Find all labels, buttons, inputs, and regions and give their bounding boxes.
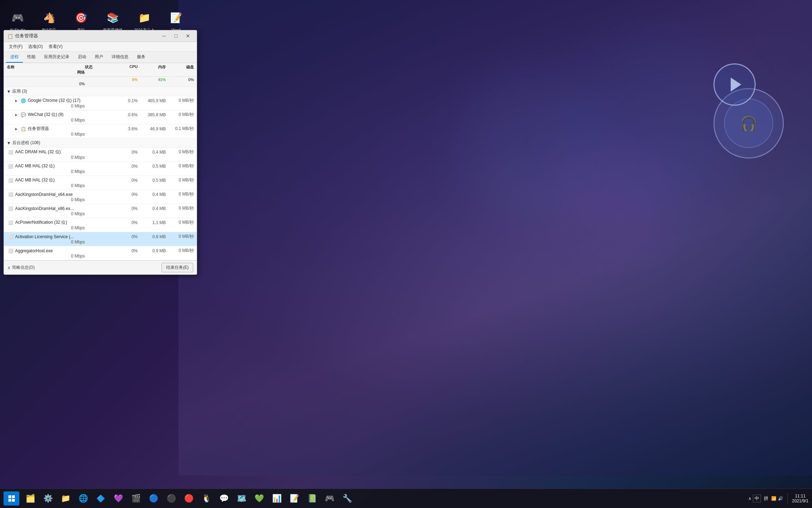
start-button[interactable] — [4, 491, 19, 506]
tm-titlebar: 📋 任务管理器 ─ □ ✕ — [4, 30, 197, 42]
activation-cpu: 0% — [109, 234, 138, 239]
bg-name-3: ⬜ AacKingstonDramHal_x64.exe — [7, 192, 85, 197]
bg-row-1[interactable]: ⬜ AAC MB HAL (32 位) 0% 0.5 MB 0 MB/秒 0 M… — [4, 162, 197, 176]
background-expand-icon: ▼ — [7, 141, 11, 145]
bg-text-2: AAC MB HAL (32 位) — [15, 177, 55, 183]
bg-name-5: ⬜ AcPowerNotification (32 位) — [7, 219, 85, 225]
chrome-disk: 0 MB/秒 — [166, 98, 194, 104]
chrome-cpu: 0.1% — [109, 98, 138, 103]
tm-close-button[interactable]: ✕ — [183, 32, 193, 39]
bg-disk-3: 0 MB/秒 — [166, 191, 194, 197]
apps-section-label: 应用 (3) — [12, 88, 27, 94]
bg-row-4[interactable]: ⬜ AacKingstonDramHal_x86.ex... 0% 0.4 MB… — [4, 204, 197, 218]
tm-maximize-button[interactable]: □ — [171, 32, 181, 39]
tab-details[interactable]: 详细信息 — [107, 52, 133, 63]
taskmgr-expand-button[interactable]: ▶ — [14, 126, 19, 131]
app-row-wechat[interactable]: ▶ 💬 WeChat (32 位) (9) 0.6% 385.8 MB 0 MB… — [4, 110, 197, 124]
chrome-memory: 465.9 MB — [138, 98, 166, 103]
taskbar-obs[interactable]: ⚫ — [163, 490, 179, 507]
wechat-network: 0 Mbps — [7, 118, 85, 123]
bg-cpu-4: 0% — [109, 206, 138, 211]
tab-app-history[interactable]: 应用历史记录 — [40, 52, 74, 63]
chrome-expand-button[interactable]: ▶ — [14, 98, 19, 103]
tm-minimize-button[interactable]: ─ — [159, 32, 169, 39]
activation-network: 0 Mbps — [7, 240, 85, 244]
bg-row-activation[interactable]: ⬜ Activation Licensing Service (... 0% 0… — [4, 232, 197, 246]
bg-text-7: AggregatorHost.exe — [15, 248, 53, 253]
tab-users[interactable]: 用户 — [90, 52, 107, 63]
tab-processes[interactable]: 进程 — [6, 52, 23, 63]
bg-disk-2: 0 MB/秒 — [166, 177, 194, 183]
bg-row-5[interactable]: ⬜ AcPowerNotification (32 位) 0% 1.1 MB 0… — [4, 218, 197, 232]
bg-row-2[interactable]: ⬜ AAC MB HAL (32 位) 0% 0.5 MB 0 MB/秒 0 M… — [4, 176, 197, 190]
taskbar-file-mgr[interactable]: 📁 — [57, 490, 74, 507]
taskbar-ime-icon[interactable]: 中 — [753, 495, 761, 502]
app-row-taskmgr[interactable]: ▶ 📋 任务管理器 3.6% 46.9 MB 0.1 MB/秒 0 Mbps — [4, 124, 197, 138]
background-section-header[interactable]: ▼ 后台进程 (106) — [4, 138, 197, 148]
play-triangle — [731, 78, 741, 92]
taskbar-steam[interactable]: 🎮 — [321, 490, 338, 507]
taskbar-maps[interactable]: 🗺️ — [233, 490, 250, 507]
taskbar-wechat[interactable]: 💚 — [251, 490, 267, 507]
taskbar-wangwang[interactable]: 💬 — [216, 490, 232, 507]
bg-mem-0: 0.4 MB — [138, 150, 166, 155]
taskmgr-name-text: 任务管理器 — [28, 126, 49, 132]
wechat-expand-button[interactable]: ▶ — [14, 112, 19, 117]
tm-menubar: 文件(F) 选项(O) 查看(V) — [4, 42, 197, 52]
tm-menu-file[interactable]: 文件(F) — [6, 43, 25, 51]
taskbar-edge[interactable]: 🔷 — [93, 490, 109, 507]
bg-name-1: ⬜ AAC MB HAL (32 位) — [7, 163, 85, 169]
taskbar-gear2[interactable]: 🔧 — [339, 490, 355, 507]
taskmgr-memory: 46.9 MB — [138, 126, 166, 131]
taskbar-chrome[interactable]: 🌐 — [75, 490, 91, 507]
taskbar-word[interactable]: 📝 — [286, 490, 302, 507]
tab-performance[interactable]: 性能 — [23, 52, 40, 63]
gaokao-icon: 📁 — [136, 9, 153, 26]
activation-process-name: ⬜ Activation Licensing Service (... — [7, 234, 85, 239]
collapse-label: 简略信息(D) — [12, 265, 35, 271]
bg-mem-7: 0.9 MB — [138, 248, 166, 253]
bg-icon-3: ⬜ — [8, 192, 13, 197]
taskbar-settings[interactable]: ⚙️ — [40, 490, 56, 507]
taskbar-netease[interactable]: 🔴 — [181, 490, 197, 507]
taskbar-powerpoint[interactable]: 📊 — [269, 490, 285, 507]
bg-name-7: ⬜ AggregatorHost.exe — [7, 248, 85, 253]
wechat-process-name: ▶ 💬 WeChat (32 位) (9) — [7, 112, 85, 118]
taskbar-vscode[interactable]: 💜 — [110, 490, 126, 507]
tm-menu-options[interactable]: 选项(O) — [25, 43, 45, 51]
taskbar-cinema4d[interactable]: 🔵 — [145, 490, 162, 507]
svg-rect-0 — [8, 495, 11, 498]
activation-memory: 0.8 MB — [138, 234, 166, 239]
taskbar-input-icon[interactable]: 拼 — [762, 495, 770, 502]
taskbar-file-explorer[interactable]: 🗂️ — [22, 490, 38, 507]
taskbar-qq[interactable]: 🐧 — [198, 490, 214, 507]
taskbar-time-display: 11:11 — [792, 494, 808, 498]
bg-net-2: 0 Mbps — [7, 183, 85, 188]
tm-end-task-button[interactable]: 结束任务(E) — [162, 263, 193, 272]
bg-icon-1: ⬜ — [8, 164, 13, 169]
bg-row-3[interactable]: ⬜ AacKingstonDramHal_x64.exe 0% 0.4 MB 0… — [4, 190, 197, 204]
apps-section-header[interactable]: ▼ 应用 (3) — [4, 87, 197, 96]
taskbar-clock[interactable]: 11:11 2021/9/1 — [792, 494, 808, 503]
tm-column-headers: 名称 状态 CPU 内存 磁盘 网络 — [4, 63, 197, 77]
tab-services[interactable]: 服务 — [133, 52, 150, 63]
app-row-chrome[interactable]: ▶ 🌐 Google Chrome (32 位) (17) 0.1% 465.9… — [4, 96, 197, 110]
bg-disk-4: 0 MB/秒 — [166, 205, 194, 211]
taskmgr-icon: 📋 — [21, 126, 26, 131]
bvvd-icon: 🐴 — [40, 9, 58, 26]
bg-row-7[interactable]: ⬜ AggregatorHost.exe 0% 0.9 MB 0 MB/秒 0 … — [4, 246, 197, 260]
tm-menu-view[interactable]: 查看(V) — [46, 43, 65, 51]
bg-row-0[interactable]: ⬜ AAC DRAM HAL (32 位) 0% 0.4 MB 0 MB/秒 0… — [4, 148, 197, 162]
svg-rect-3 — [12, 499, 15, 502]
bg-mem-2: 0.5 MB — [138, 178, 166, 183]
taskbar-excel[interactable]: 📗 — [304, 490, 320, 507]
memory-usage: 41% — [138, 78, 166, 82]
collapse-chevron-icon: ∧ — [7, 265, 11, 270]
tm-collapse-button[interactable]: ∧ 简略信息(D) — [7, 265, 35, 271]
bg-cpu-0: 0% — [109, 150, 138, 155]
bg-text-5: AcPowerNotification (32 位) — [15, 219, 67, 225]
bg-net-1: 0 Mbps — [7, 169, 85, 174]
taskbar-premiere[interactable]: 🎬 — [128, 490, 144, 507]
bg-cpu-7: 0% — [109, 248, 138, 253]
tab-startup[interactable]: 启动 — [74, 52, 90, 63]
